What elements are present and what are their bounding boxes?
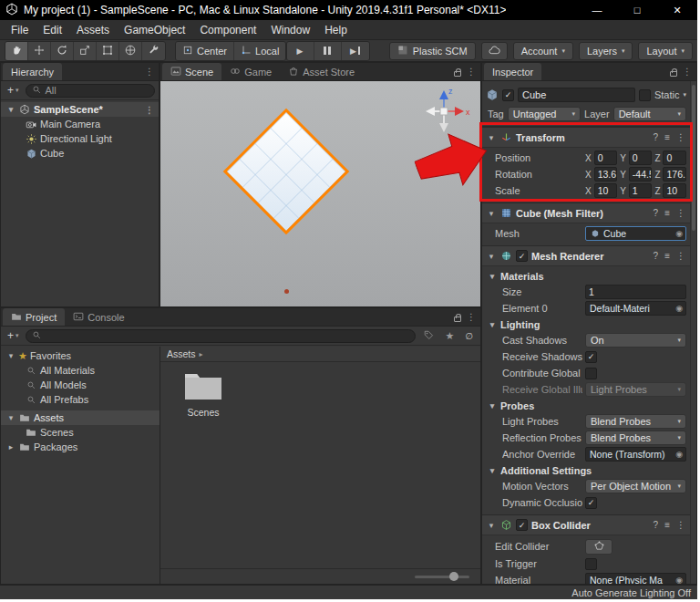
maximize-button[interactable]: □ [617, 0, 657, 20]
gameobject-active-checkbox[interactable]: ✓ [502, 89, 514, 101]
scene-orientation-gizmo[interactable]: z x [415, 85, 473, 138]
is-trigger-checkbox[interactable] [585, 558, 597, 570]
rotation-y-field[interactable]: -44.56 [629, 167, 653, 182]
tab-console[interactable]: Console [65, 308, 132, 326]
layout-dropdown[interactable]: Layout▾ [638, 42, 693, 60]
create-object-button[interactable]: +▾ [5, 84, 22, 97]
menu-help[interactable]: Help [317, 20, 355, 40]
help-icon[interactable]: ? [654, 520, 659, 530]
probes-foldout[interactable]: ▾Probes [484, 398, 686, 413]
scrollbar-thumb[interactable] [692, 85, 695, 231]
physic-material-field[interactable]: None (Physic Ma◉ [585, 573, 686, 584]
panel-menu-icon[interactable]: ⋮ [467, 67, 476, 77]
rotation-x-field[interactable]: 13.647 [594, 167, 618, 182]
project-search-input[interactable] [26, 329, 417, 343]
more-menu-icon[interactable]: ⋮ [676, 208, 685, 218]
help-icon[interactable]: ? [654, 208, 659, 218]
menu-file[interactable]: File [4, 20, 36, 40]
hierarchy-scene-row[interactable]: ▾ SampleScene* ⋮ [1, 102, 159, 117]
foldout-icon[interactable]: ▾ [6, 413, 15, 422]
box-collider-enabled-checkbox[interactable]: ✓ [516, 519, 528, 531]
view-tool-button[interactable] [5, 42, 28, 60]
scene-menu-icon[interactable]: ⋮ [145, 105, 159, 115]
preset-icon[interactable]: ≡ [664, 251, 670, 261]
favorite-all-materials[interactable]: All Materials [1, 363, 160, 378]
object-picker-icon[interactable]: ◉ [675, 576, 683, 584]
slider-thumb[interactable] [449, 572, 458, 581]
menu-window[interactable]: Window [263, 20, 317, 40]
asset-folder-scenes[interactable]: Scenes [171, 369, 235, 561]
pause-button[interactable] [314, 42, 342, 60]
rotate-tool-button[interactable] [51, 42, 74, 60]
cloud-button[interactable] [481, 42, 508, 60]
scene-viewport[interactable]: z x [160, 81, 480, 306]
foldout-icon[interactable]: ▾ [487, 133, 496, 142]
panel-menu-icon[interactable]: ⋮ [683, 67, 692, 77]
position-y-field[interactable]: 0 [629, 150, 653, 165]
lock-icon[interactable] [454, 317, 461, 322]
pivot-local-button[interactable]: Local [234, 42, 285, 60]
menu-component[interactable]: Component [192, 20, 263, 40]
motion-vectors-dropdown[interactable]: Per Object Motion▾ [585, 479, 686, 493]
panel-menu-icon[interactable]: ⋮ [467, 312, 476, 322]
anchor-override-field[interactable]: None (Transform)◉ [585, 447, 686, 462]
position-z-field[interactable]: 0 [663, 150, 686, 165]
scale-y-field[interactable]: 1 [629, 183, 653, 198]
transform-header[interactable]: ▾ Transform ?≡⋮ [482, 128, 690, 148]
mesh-renderer-enabled-checkbox[interactable]: ✓ [516, 250, 528, 262]
scale-z-field[interactable]: 10 [663, 183, 686, 198]
rect-tool-button[interactable] [97, 42, 119, 60]
more-menu-icon[interactable]: ⋮ [676, 251, 685, 261]
minimize-button[interactable]: — [577, 0, 617, 20]
rotation-z-field[interactable]: 176.77 [663, 167, 686, 182]
foldout-icon[interactable]: ▾ [487, 209, 496, 218]
box-collider-header[interactable]: ▾ ✓ Box Collider ?≡⋮ [482, 515, 690, 535]
mesh-renderer-header[interactable]: ▾ ✓ Mesh Renderer ?≡⋮ [482, 246, 690, 266]
transform-tool-button[interactable] [119, 42, 142, 60]
menu-assets[interactable]: Assets [69, 20, 117, 40]
inspector-scrollbar[interactable] [690, 81, 696, 584]
layers-dropdown[interactable]: Layers▾ [579, 42, 633, 60]
tab-asset-store[interactable]: Asset Store [280, 63, 363, 80]
tab-project[interactable]: Project [3, 308, 65, 326]
hierarchy-search-input[interactable]: All [26, 84, 155, 98]
more-menu-icon[interactable]: ⋮ [676, 520, 685, 530]
foldout-icon[interactable]: ▾ [6, 105, 15, 114]
breadcrumb-label[interactable]: Assets [167, 348, 196, 359]
help-icon[interactable]: ? [654, 132, 659, 142]
assets-scenes-row[interactable]: Scenes [1, 425, 160, 440]
object-picker-icon[interactable]: ◉ [675, 304, 683, 313]
additional-settings-foldout[interactable]: ▾Additional Settings [484, 462, 686, 478]
favorites-row[interactable]: ▾ ★ Favorites [1, 348, 160, 363]
lock-icon[interactable] [670, 71, 677, 77]
static-checkbox[interactable] [639, 89, 651, 101]
light-probes-dropdown[interactable]: Blend Probes▾ [585, 414, 686, 429]
thumbnail-zoom-slider[interactable] [415, 576, 469, 578]
hierarchy-item-directional-light[interactable]: Directional Light [1, 131, 159, 146]
cast-shadows-dropdown[interactable]: On▾ [585, 333, 686, 348]
tab-scene[interactable]: Scene [162, 63, 221, 80]
menu-gameobject[interactable]: GameObject [117, 20, 192, 40]
chevron-down-icon[interactable]: ▾ [683, 91, 686, 99]
packages-row[interactable]: ▸ Packages [1, 440, 160, 454]
save-search-button[interactable]: ★ [441, 328, 458, 343]
materials-foldout[interactable]: ▾Materials [484, 268, 686, 284]
favorite-all-models[interactable]: All Models [1, 378, 160, 392]
lock-icon[interactable] [454, 71, 461, 77]
plastic-scm-button[interactable]: Plastic SCM [389, 42, 476, 60]
hidden-packages-button[interactable]: ∅ [461, 328, 477, 343]
hierarchy-item-main-camera[interactable]: Main Camera [1, 117, 159, 131]
hierarchy-item-cube[interactable]: Cube [1, 146, 159, 161]
mesh-object-field[interactable]: Cube◉ [585, 226, 686, 241]
object-picker-icon[interactable]: ◉ [675, 229, 683, 238]
auto-generate-lighting-status[interactable]: Auto Generate Lighting Off [571, 587, 691, 598]
dynamic-occlusion-checkbox[interactable]: ✓ [585, 497, 597, 509]
tab-game[interactable]: Game [221, 63, 280, 80]
mesh-filter-header[interactable]: ▾ Cube (Mesh Filter) ?≡⋮ [482, 203, 690, 223]
element0-object-field[interactable]: Default-Materi◉ [585, 301, 686, 316]
scale-x-field[interactable]: 10 [594, 183, 618, 198]
scale-tool-button[interactable] [74, 42, 97, 60]
preset-icon[interactable]: ≡ [664, 208, 670, 218]
tab-inspector[interactable]: Inspector [484, 63, 541, 80]
position-x-field[interactable]: 0 [594, 150, 618, 165]
